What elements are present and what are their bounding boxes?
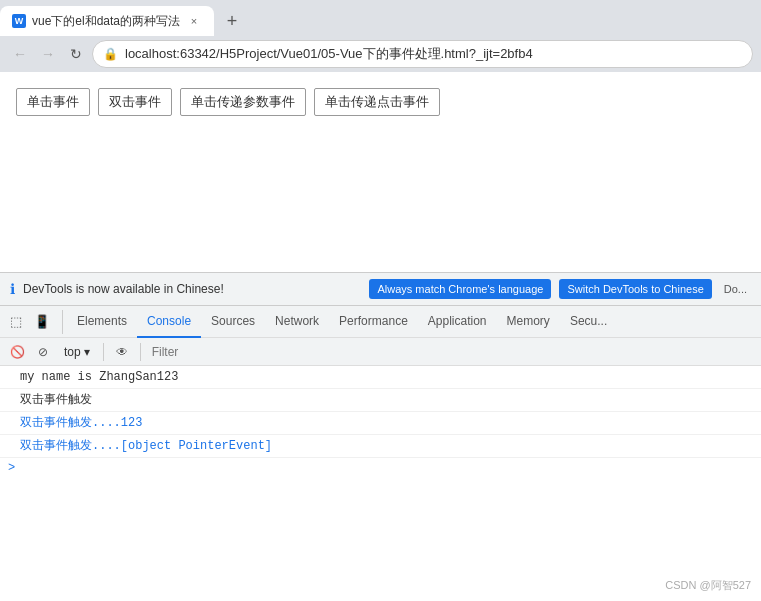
notify-info-icon: ℹ bbox=[10, 281, 15, 297]
devtools-notify-bar: ℹ DevTools is now available in Chinese! … bbox=[0, 272, 761, 305]
single-click-event-button[interactable]: 单击传递点击事件 bbox=[314, 88, 440, 116]
context-arrow-icon: ▾ bbox=[84, 345, 90, 359]
single-click-button[interactable]: 单击事件 bbox=[16, 88, 90, 116]
console-line-text: 双击事件触发....[object PointerEvent] bbox=[20, 437, 272, 455]
tab-sources[interactable]: Sources bbox=[201, 306, 265, 338]
tab-performance[interactable]: Performance bbox=[329, 306, 418, 338]
console-toolbar: 🚫 ⊘ top ▾ 👁 bbox=[0, 338, 761, 366]
devtools-tab-bar: ⬚ 📱 Elements Console Sources Network Per… bbox=[0, 306, 761, 338]
console-line-text: 双击事件触发....123 bbox=[20, 414, 142, 432]
forward-button[interactable]: → bbox=[36, 42, 60, 66]
console-line: 双击事件触发....123 bbox=[0, 412, 761, 435]
console-line: 双击事件触发 bbox=[0, 389, 761, 412]
single-click-param-button[interactable]: 单击传递参数事件 bbox=[180, 88, 306, 116]
switch-to-chinese-button[interactable]: Switch DevTools to Chinese bbox=[559, 279, 711, 299]
url-lock-icon: 🔒 bbox=[103, 47, 118, 61]
browser-chrome: W vue下的el和data的两种写法 × + ← → ↻ 🔒 localhos… bbox=[0, 0, 761, 72]
tab-application[interactable]: Application bbox=[418, 306, 497, 338]
tab-bar: W vue下的el和data的两种写法 × + bbox=[0, 0, 761, 36]
toolbar-divider2 bbox=[140, 343, 141, 361]
button-group: 单击事件 双击事件 单击传递参数事件 单击传递点击事件 bbox=[16, 88, 745, 116]
devtools-toolbar-icons: ⬚ 📱 bbox=[4, 310, 63, 334]
device-mode-button[interactable]: 📱 bbox=[30, 310, 54, 334]
console-output: my name is ZhangSan123 双击事件触发 双击事件触发....… bbox=[0, 366, 761, 478]
always-match-language-button[interactable]: Always match Chrome's language bbox=[369, 279, 551, 299]
context-selector[interactable]: top ▾ bbox=[58, 343, 96, 361]
tab-network[interactable]: Network bbox=[265, 306, 329, 338]
tab-security[interactable]: Secu... bbox=[560, 306, 617, 338]
new-tab-button[interactable]: + bbox=[218, 7, 246, 35]
filter-input[interactable] bbox=[148, 343, 755, 361]
back-button[interactable]: ← bbox=[8, 42, 32, 66]
block-console-button[interactable]: ⊘ bbox=[32, 341, 54, 363]
url-bar[interactable]: 🔒 localhost:63342/H5Project/Vue01/05-Vue… bbox=[92, 40, 753, 68]
reload-button[interactable]: ↻ bbox=[64, 42, 88, 66]
tab-title: vue下的el和data的两种写法 bbox=[32, 13, 180, 30]
devtools-panel: ⬚ 📱 Elements Console Sources Network Per… bbox=[0, 305, 761, 478]
tab-favicon: W bbox=[12, 14, 26, 28]
clear-console-button[interactable]: 🚫 bbox=[6, 341, 28, 363]
active-tab[interactable]: W vue下的el和data的两种写法 × bbox=[0, 6, 214, 36]
csdn-watermark: CSDN @阿智527 bbox=[665, 578, 751, 593]
tab-console[interactable]: Console bbox=[137, 306, 201, 338]
notify-text: DevTools is now available in Chinese! bbox=[23, 282, 361, 296]
console-line-text: my name is ZhangSan123 bbox=[20, 368, 178, 386]
console-line: my name is ZhangSan123 bbox=[0, 366, 761, 389]
prompt-caret-icon: > bbox=[8, 461, 15, 475]
tab-close-button[interactable]: × bbox=[186, 13, 202, 29]
url-text: localhost:63342/H5Project/Vue01/05-Vue下的… bbox=[125, 45, 533, 63]
toolbar-divider bbox=[103, 343, 104, 361]
inspect-element-button[interactable]: ⬚ bbox=[4, 310, 28, 334]
address-bar: ← → ↻ 🔒 localhost:63342/H5Project/Vue01/… bbox=[0, 36, 761, 72]
tab-memory[interactable]: Memory bbox=[497, 306, 560, 338]
console-line: 双击事件触发....[object PointerEvent] bbox=[0, 435, 761, 458]
console-prompt[interactable]: > bbox=[0, 458, 761, 478]
console-line-text: 双击事件触发 bbox=[20, 391, 92, 409]
notify-dismiss-button[interactable]: Do... bbox=[720, 279, 751, 299]
page-content: 单击事件 双击事件 单击传递参数事件 单击传递点击事件 bbox=[0, 72, 761, 272]
tab-elements[interactable]: Elements bbox=[67, 306, 137, 338]
context-label: top bbox=[64, 345, 81, 359]
eye-filter-button[interactable]: 👁 bbox=[111, 341, 133, 363]
double-click-button[interactable]: 双击事件 bbox=[98, 88, 172, 116]
